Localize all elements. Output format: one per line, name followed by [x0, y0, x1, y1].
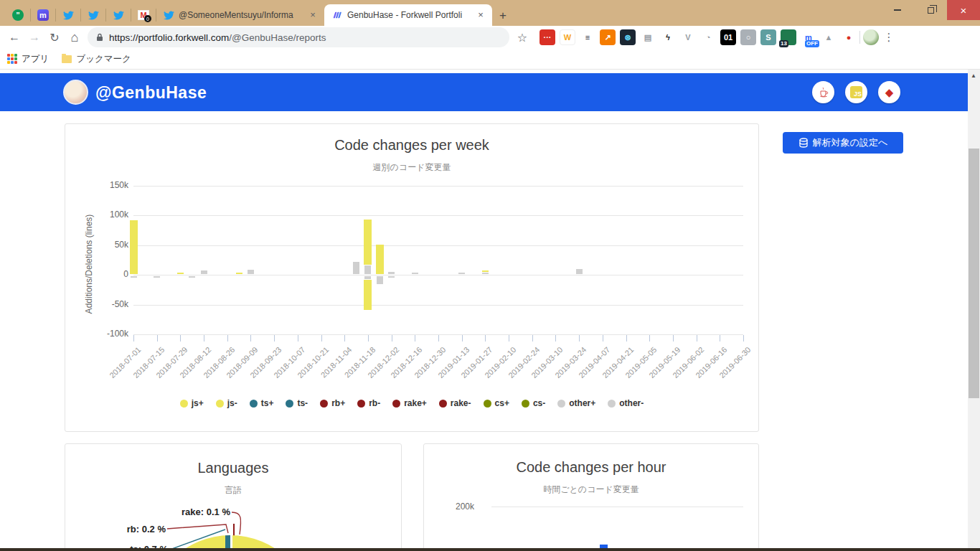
react-devtools-icon[interactable]: ⊛: [620, 29, 636, 45]
x-axis-tick: [626, 335, 627, 342]
layers-icon[interactable]: ≡: [580, 29, 595, 45]
legend-marker: [439, 400, 447, 408]
legend-item-cs+[interactable]: cs+: [484, 398, 509, 408]
legend-item-other+[interactable]: other+: [557, 398, 595, 408]
line-icon[interactable]: ○: [740, 29, 756, 45]
back-button[interactable]: ←: [4, 27, 24, 47]
page-content: @GenbuHase JS ◆ 解析対象の設定へ Code changes pe…: [0, 70, 980, 551]
pinned-tab[interactable]: ”: [6, 5, 30, 25]
menu-button[interactable]: ⋮: [879, 27, 899, 47]
x-axis-tick: [532, 335, 533, 342]
bar-other-plus: [388, 272, 395, 274]
legend-item-other-[interactable]: other-: [608, 398, 644, 408]
bar-other-minus: [189, 276, 195, 278]
lightning-icon[interactable]: ϟ: [660, 29, 676, 45]
legend-marker: [557, 400, 565, 408]
twitter-icon: [164, 11, 174, 20]
grid-line: [133, 245, 743, 246]
tab-close-icon[interactable]: ×: [307, 9, 319, 21]
restore-button[interactable]: [914, 0, 947, 20]
legend-item-js+[interactable]: js+: [180, 398, 204, 408]
record-icon[interactable]: ●: [841, 29, 857, 45]
user-avatar[interactable]: [63, 80, 88, 105]
legend-marker: [357, 400, 365, 408]
analysis-settings-button[interactable]: 解析対象の設定へ: [783, 132, 903, 154]
bookmark-star-button[interactable]: ☆: [512, 27, 532, 47]
page-title: @GenbuHase: [95, 83, 207, 103]
toolbar-divider: [859, 31, 860, 44]
pinned-tab[interactable]: [56, 5, 80, 25]
grid-line: [133, 275, 743, 276]
legend-item-rake-[interactable]: rake-: [439, 398, 471, 408]
bar-js-plus: [236, 273, 242, 274]
address-bar[interactable]: https://portfolio.forkwell.com/@GenbuHas…: [88, 27, 509, 47]
wikipedia-w-icon[interactable]: W: [560, 29, 575, 45]
x-axis-tick: [462, 335, 463, 342]
x-axis-tick: [392, 335, 392, 342]
weekly-plot: 150k100k50k0-50k-100k2018-07-012018-07-1…: [65, 124, 758, 431]
x-axis-tick: [157, 335, 158, 342]
pie-rake-sliver[interactable]: [233, 524, 235, 536]
legend-item-js-[interactable]: js-: [216, 398, 237, 408]
bar-other-plus: [412, 273, 418, 274]
m-off-icon[interactable]: mOFF: [801, 29, 816, 45]
minimize-button[interactable]: [881, 0, 914, 20]
legend-item-ts+[interactable]: ts+: [250, 398, 274, 408]
pie-label-rb: rb: 0.2 %: [100, 524, 166, 534]
legend-label: js+: [192, 398, 204, 408]
scrollbar-up-icon[interactable]: ▲: [971, 72, 976, 79]
y-tick-label: 150k: [94, 180, 128, 190]
lastpass-icon[interactable]: ···: [540, 29, 555, 45]
x-axis-tick: [227, 335, 228, 342]
timer-icon[interactable]: ◔: [700, 29, 716, 45]
profile-avatar[interactable]: [863, 29, 879, 45]
new-tab-button[interactable]: +: [492, 9, 515, 26]
ruby-badge[interactable]: ◆: [878, 81, 900, 103]
legend-item-rake+[interactable]: rake+: [392, 398, 427, 408]
home-button[interactable]: ⌂: [65, 27, 85, 47]
bar-other-plus: [353, 262, 359, 274]
x-axis-tick: [509, 335, 509, 342]
javascript-icon: JS: [850, 86, 862, 98]
legend-item-rb+[interactable]: rb+: [320, 398, 345, 408]
legend-item-rb-[interactable]: rb-: [357, 398, 380, 408]
tab-close-icon[interactable]: ×: [475, 9, 486, 21]
page-icon[interactable]: ▤: [640, 29, 656, 45]
analytics-icon[interactable]: ↗: [600, 29, 616, 45]
x-axis-tick: [133, 335, 134, 342]
java-badge[interactable]: [812, 81, 834, 103]
drive-icon[interactable]: ▲: [821, 29, 837, 45]
stylus-icon[interactable]: S: [760, 29, 776, 45]
minimize-icon: [894, 9, 901, 11]
x-tick-label: 2019-06-30: [704, 345, 753, 394]
legend-item-ts-[interactable]: ts-: [286, 398, 308, 408]
vue-devtools-icon[interactable]: V: [680, 29, 696, 45]
legend-label: other-: [619, 398, 644, 408]
legend-marker: [216, 400, 224, 408]
x-axis-tick: [415, 335, 415, 342]
pinned-tab[interactable]: [81, 5, 105, 25]
bar-other-plus: [201, 270, 207, 274]
scrollbar-thumb[interactable]: [969, 149, 979, 398]
forward-button[interactable]: →: [24, 27, 44, 47]
legend-item-cs-[interactable]: cs-: [522, 398, 545, 408]
hourly-chart-subtitle: 時間ごとのコード変更量: [424, 484, 758, 496]
y-tick-label: -50k: [94, 299, 128, 309]
tab-active[interactable]: GenbuHase - Forkwell Portfoli×: [324, 4, 492, 26]
shield-icon[interactable]: 13: [781, 29, 796, 45]
apps-shortcut[interactable]: アプリ: [7, 53, 49, 65]
javascript-badge[interactable]: JS: [845, 81, 867, 103]
x-axis-tick: [438, 335, 439, 342]
bookmarks-folder[interactable]: ブックマーク: [62, 53, 131, 65]
close-button[interactable]: ×: [947, 0, 980, 20]
pinned-tab[interactable]: [106, 5, 131, 25]
hourly-y-tick-label: 200k: [440, 501, 474, 512]
lock-icon: [96, 33, 103, 42]
pinned-tab[interactable]: m: [31, 5, 55, 25]
zero-one-icon[interactable]: 01: [720, 29, 736, 45]
pinned-tab[interactable]: M0: [131, 5, 156, 25]
browser-tab-strip: ”mM0 @SomeoneMentsuyu/Informa×GenbuHase …: [0, 0, 980, 26]
reload-button[interactable]: ↻: [44, 27, 65, 47]
page-scrollbar[interactable]: ▲: [968, 70, 980, 551]
tab-inactive[interactable]: @SomeoneMentsuyu/Informa×: [156, 4, 324, 26]
